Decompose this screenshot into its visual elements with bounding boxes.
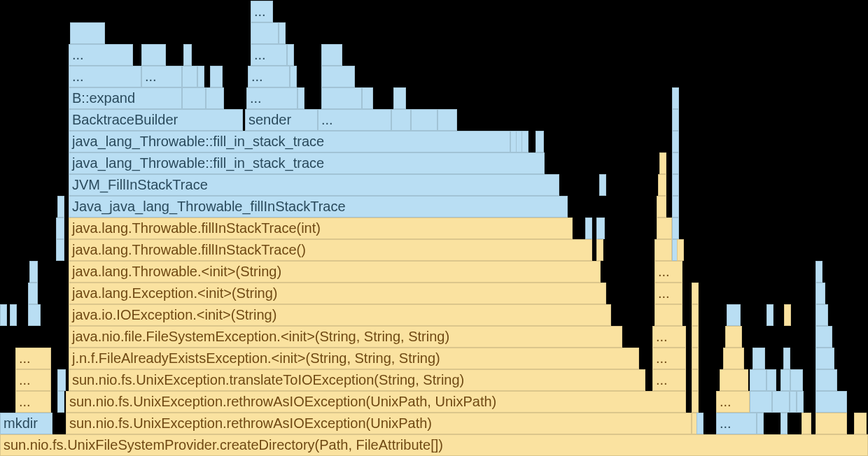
flame-frame[interactable]: sun.nio.fs.UnixException.translateToIOEx… bbox=[69, 369, 645, 391]
flame-frame[interactable] bbox=[522, 131, 528, 152]
flame-frame[interactable]: ... bbox=[654, 261, 682, 283]
flame-frame[interactable] bbox=[438, 109, 457, 131]
flame-frame[interactable] bbox=[599, 174, 606, 196]
flame-frame[interactable]: ... bbox=[652, 348, 686, 369]
flame-frame[interactable]: ... bbox=[654, 283, 682, 304]
flame-frame[interactable] bbox=[797, 391, 804, 413]
flame-frame[interactable]: ... bbox=[716, 391, 750, 413]
flame-frame[interactable] bbox=[10, 304, 17, 326]
flame-frame[interactable] bbox=[290, 66, 297, 87]
flame-frame[interactable] bbox=[692, 283, 699, 304]
flame-frame[interactable] bbox=[692, 369, 699, 391]
flame-frame[interactable] bbox=[182, 87, 206, 109]
flame-frame[interactable] bbox=[816, 413, 847, 434]
flame-frame[interactable] bbox=[57, 369, 66, 391]
flame-frame[interactable]: ... bbox=[141, 66, 182, 87]
flame-frame[interactable] bbox=[672, 174, 679, 196]
flame-frame[interactable]: java_lang_Throwable::fill_in_stack_trace bbox=[69, 131, 510, 152]
flame-frame[interactable] bbox=[816, 304, 828, 326]
flame-frame[interactable]: ... bbox=[716, 413, 757, 434]
flame-frame[interactable] bbox=[816, 283, 825, 304]
flame-frame[interactable]: sun.nio.fs.UnixException.rethrowAsIOExce… bbox=[66, 391, 686, 413]
flame-frame[interactable]: ... bbox=[69, 66, 141, 87]
flame-frame[interactable] bbox=[672, 131, 679, 152]
flame-frame[interactable] bbox=[56, 218, 64, 239]
flame-frame[interactable] bbox=[321, 66, 355, 87]
flame-frame[interactable] bbox=[654, 304, 682, 326]
flame-frame[interactable] bbox=[596, 218, 605, 239]
flame-frame[interactable]: ... bbox=[652, 326, 686, 348]
flame-frame[interactable] bbox=[70, 22, 105, 44]
flame-frame[interactable] bbox=[790, 391, 797, 413]
flame-frame[interactable] bbox=[56, 239, 64, 261]
flame-frame[interactable]: j.n.f.FileAlreadyExistsException.<init>(… bbox=[69, 348, 639, 369]
flame-frame[interactable] bbox=[585, 218, 592, 239]
flame-frame[interactable] bbox=[672, 218, 679, 239]
flame-frame[interactable]: java.lang.Throwable.fillInStackTrace(int… bbox=[69, 218, 573, 239]
flame-frame[interactable]: ... bbox=[652, 369, 686, 391]
flame-frame[interactable]: B::expand bbox=[69, 87, 182, 109]
flame-frame[interactable] bbox=[750, 391, 772, 413]
flame-frame[interactable] bbox=[287, 44, 294, 66]
flame-frame[interactable] bbox=[816, 326, 832, 348]
flame-frame[interactable] bbox=[391, 109, 411, 131]
flame-frame[interactable] bbox=[672, 196, 679, 218]
flame-frame[interactable] bbox=[141, 44, 166, 66]
flame-frame[interactable] bbox=[783, 348, 790, 369]
flame-frame[interactable] bbox=[657, 218, 672, 239]
flame-frame[interactable] bbox=[183, 44, 192, 66]
flame-frame[interactable] bbox=[780, 413, 788, 434]
flame-frame[interactable]: java.lang.Exception.<init>(String) bbox=[69, 283, 606, 304]
flame-frame[interactable] bbox=[672, 109, 679, 131]
flame-frame[interactable] bbox=[725, 326, 742, 348]
flame-frame[interactable] bbox=[752, 348, 765, 369]
flame-frame[interactable]: java_lang_Throwable::fill_in_stack_trace bbox=[69, 152, 545, 174]
flame-frame[interactable] bbox=[727, 304, 741, 326]
flame-frame[interactable]: ... bbox=[251, 44, 287, 66]
flame-frame[interactable] bbox=[772, 391, 790, 413]
flame-frame[interactable] bbox=[362, 87, 373, 109]
flame-frame[interactable] bbox=[210, 66, 223, 87]
flame-frame[interactable] bbox=[251, 22, 279, 44]
flame-frame[interactable] bbox=[692, 391, 699, 413]
flame-frame[interactable] bbox=[279, 22, 286, 44]
flame-frame[interactable] bbox=[677, 239, 684, 261]
flame-frame[interactable] bbox=[816, 348, 834, 369]
flame-frame[interactable]: sun.nio.fs.UnixException.rethrowAsIOExce… bbox=[66, 413, 692, 434]
flame-frame[interactable] bbox=[692, 326, 699, 348]
flame-frame[interactable] bbox=[393, 87, 406, 109]
flame-frame[interactable]: Java_java_lang_Throwable_fillInStackTrac… bbox=[69, 196, 568, 218]
flame-frame[interactable] bbox=[692, 348, 699, 369]
flame-frame[interactable] bbox=[784, 304, 791, 326]
flame-frame[interactable]: ... bbox=[251, 1, 273, 22]
flame-frame[interactable] bbox=[206, 87, 224, 109]
flame-frame[interactable] bbox=[766, 369, 776, 391]
flame-frame[interactable] bbox=[692, 304, 699, 326]
flame-frame[interactable]: sun.nio.fs.UnixFileSystemProvider.create… bbox=[0, 434, 868, 456]
flame-frame[interactable]: ... bbox=[69, 44, 133, 66]
flame-frame[interactable] bbox=[28, 283, 38, 304]
flame-frame[interactable] bbox=[696, 413, 704, 434]
flame-frame[interactable]: mkdir bbox=[0, 413, 52, 434]
flame-frame[interactable] bbox=[723, 348, 744, 369]
flame-frame[interactable] bbox=[657, 196, 666, 218]
flame-frame[interactable]: java.lang.Throwable.<init>(String) bbox=[69, 261, 601, 283]
flame-frame[interactable]: sender bbox=[245, 109, 318, 131]
flame-frame[interactable] bbox=[802, 413, 811, 434]
flame-frame[interactable] bbox=[29, 261, 38, 283]
flame-frame[interactable] bbox=[596, 239, 603, 261]
flame-frame[interactable] bbox=[757, 413, 764, 434]
flame-frame[interactable] bbox=[57, 196, 64, 218]
flame-frame[interactable] bbox=[658, 174, 666, 196]
flame-frame[interactable] bbox=[816, 391, 847, 413]
flame-frame[interactable]: ... bbox=[318, 109, 391, 131]
flame-frame[interactable] bbox=[182, 66, 197, 87]
flame-frame[interactable] bbox=[720, 369, 748, 391]
flame-frame[interactable]: ... bbox=[246, 87, 298, 109]
flame-frame[interactable] bbox=[672, 152, 679, 174]
flame-frame[interactable]: ... bbox=[248, 66, 290, 87]
flame-frame[interactable]: java.nio.file.FileSystemException.<init>… bbox=[69, 326, 622, 348]
flame-frame[interactable] bbox=[0, 304, 7, 326]
flame-frame[interactable] bbox=[780, 369, 790, 391]
flame-frame[interactable] bbox=[197, 66, 204, 87]
